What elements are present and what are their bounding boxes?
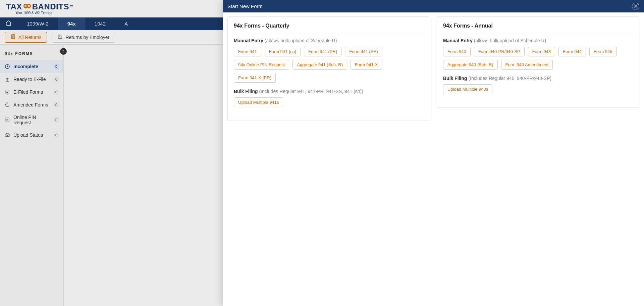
panel-heading: 94x Forms - Quarterly <box>234 23 424 33</box>
modal-title: Start New Form <box>227 3 263 9</box>
quarterly-manual-buttons: Form 941 Form 941 (sp) Form 941 (PR) For… <box>234 47 424 83</box>
aggregate-940-schr-button[interactable]: Aggregate 940 (Sch. R) <box>443 60 498 70</box>
form-941-sp-button[interactable]: Form 941 (sp) <box>265 47 301 56</box>
form-940-button[interactable]: Form 940 <box>443 47 471 56</box>
start-new-form-modal: Start New Form 94x Forms - Quarterly Man… <box>223 0 644 306</box>
form-943-button[interactable]: Form 943 <box>528 47 555 56</box>
bulk-filing-text: Bulk Filing <box>234 89 258 94</box>
modal-body: 94x Forms - Quarterly Manual Entry (allo… <box>223 12 644 306</box>
modal-close-button[interactable] <box>632 3 639 10</box>
annual-bulk-buttons: Upload Multiple 940s <box>443 84 633 94</box>
bulk-filing-hint: (Includes Regular 940, 940-PR/940-SP) <box>468 76 551 81</box>
annual-manual-buttons: Form 940 Form 940-PR/940-SP Form 943 For… <box>443 47 633 70</box>
form-944-button[interactable]: Form 944 <box>558 47 586 56</box>
form-941x-pr-button[interactable]: Form 941-X (PR) <box>234 73 276 83</box>
manual-entry-text: Manual Entry <box>443 38 473 43</box>
upload-multiple-941s-button[interactable]: Upload Multiple 941s <box>234 97 283 107</box>
form-940-pr-sp-button[interactable]: Form 940-PR/940-SP <box>474 47 525 56</box>
manual-entry-label: Manual Entry (allows bulk upload of Sche… <box>234 38 424 43</box>
panel-94x-annual: 94x Forms - Annual Manual Entry (allows … <box>437 16 639 108</box>
close-icon <box>634 3 638 9</box>
form-941-button[interactable]: Form 941 <box>234 47 261 56</box>
upload-multiple-940s-button[interactable]: Upload Multiple 940s <box>443 84 492 94</box>
aggregate-941-schr-button[interactable]: Aggregate 941 (Sch. R) <box>292 60 347 70</box>
modal-header: Start New Form <box>223 0 644 12</box>
bulk-filing-hint: (Includes Regular 941, 941-PR, 941-SS, 9… <box>259 89 363 94</box>
manual-entry-label: Manual Entry (allows bulk upload of Sche… <box>443 38 633 43</box>
94x-online-pin-request-button[interactable]: 94x Online PIN Request <box>234 60 289 70</box>
form-941x-button[interactable]: Form 941-X <box>351 60 382 70</box>
form-945-button[interactable]: Form 945 <box>589 47 617 56</box>
panel-94x-quarterly: 94x Forms - Quarterly Manual Entry (allo… <box>227 16 430 121</box>
form-941-pr-button[interactable]: Form 941 (PR) <box>304 47 341 56</box>
form-941-ss-button[interactable]: Form 941 (SS) <box>345 47 382 56</box>
manual-entry-text: Manual Entry <box>234 38 263 43</box>
panel-heading: 94x Forms - Annual <box>443 23 633 33</box>
manual-entry-hint: (allows bulk upload of Schedule R) <box>474 38 546 43</box>
bulk-filing-text: Bulk Filing <box>443 76 467 81</box>
bulk-filing-label: Bulk Filing (Includes Regular 941, 941-P… <box>234 89 424 94</box>
form-940-amendment-button[interactable]: Form 940 Amendment <box>501 60 553 70</box>
bulk-filing-label: Bulk Filing (Includes Regular 940, 940-P… <box>443 76 633 81</box>
quarterly-bulk-buttons: Upload Multiple 941s <box>234 97 424 107</box>
manual-entry-hint: (allows bulk upload of Schedule R) <box>265 38 337 43</box>
